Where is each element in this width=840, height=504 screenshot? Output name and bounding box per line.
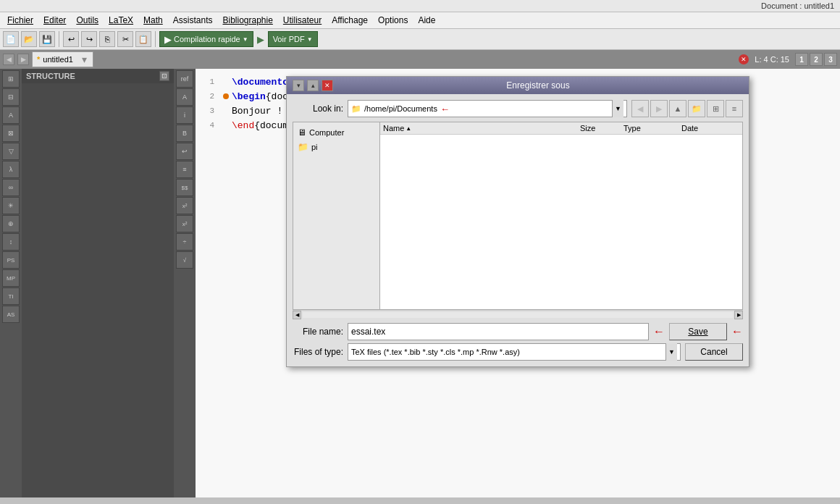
sidebar-icon-as[interactable]: AS <box>2 306 20 323</box>
col-size[interactable]: Size <box>580 124 623 133</box>
files-list <box>380 135 742 138</box>
sidebar-right-icon-9[interactable]: x² <box>176 215 193 232</box>
menu-math[interactable]: Math <box>139 14 167 27</box>
dialog-minimize-button[interactable]: ▾ <box>293 80 304 91</box>
open-file-button[interactable]: 📂 <box>21 31 37 47</box>
filename-input[interactable] <box>348 323 649 340</box>
filetype-combo[interactable]: TeX files (*.tex *.bib *.sty *.cls *.mp … <box>348 343 681 361</box>
nav-back-button[interactable]: ◀ <box>3 54 14 65</box>
redo-button[interactable]: ↪ <box>81 31 97 47</box>
view-mode-2-button[interactable]: 2 <box>810 53 823 66</box>
place-pi[interactable]: 📁 pi <box>293 140 379 154</box>
sidebar-icon-1[interactable]: ⊞ <box>2 70 20 88</box>
window-title: Document : untitled1 <box>761 1 834 10</box>
menu-aide[interactable]: Aide <box>413 14 440 27</box>
menu-editer[interactable]: Editer <box>39 14 70 27</box>
menu-fichier[interactable]: Fichier <box>3 14 38 27</box>
place-computer[interactable]: 🖥 Computer <box>293 125 379 140</box>
dialog-window-buttons: ▾ ▴ ✕ <box>293 80 333 91</box>
sidebar-icon-ps[interactable]: PS <box>2 251 20 269</box>
sidebar-right-icon-5[interactable]: ↩ <box>176 143 193 160</box>
dialog-close-button[interactable]: ✕ <box>322 80 333 91</box>
view-icons-btn[interactable]: ⊞ <box>707 100 724 117</box>
structure-title: STRUCTURE <box>26 72 75 80</box>
nav-back-btn[interactable]: ◀ <box>631 100 649 117</box>
save-file-button[interactable]: 💾 <box>39 31 55 47</box>
scroll-right-button[interactable]: ▶ <box>734 311 743 319</box>
scroll-track[interactable] <box>303 312 733 318</box>
scroll-left-button[interactable]: ◀ <box>293 311 301 319</box>
look-in-row: Look in: 📁 /home/pi/Documents ← ▼ ◀ ▶ ▲ … <box>293 100 743 117</box>
structure-maximize-icon[interactable]: ⊡ <box>159 71 169 81</box>
menu-outils[interactable]: Outils <box>72 14 103 27</box>
editor-tab[interactable]: * untitled1 ▾ <box>32 51 93 67</box>
col-type[interactable]: Type <box>623 124 681 133</box>
view-mode-buttons: 1 2 3 <box>795 53 837 66</box>
nav-forward-btn[interactable]: ▶ <box>650 100 668 117</box>
sidebar-right-icon-10[interactable]: ÷ <box>176 233 193 251</box>
save-button[interactable]: Save <box>669 323 727 340</box>
view-list-btn[interactable]: ≡ <box>726 100 743 117</box>
main-area: ⊞ ⊟ A ⊠ ▽ λ ∞ ✳ ⊕ ↕ PS MP TI AS STRUCTUR… <box>0 69 840 497</box>
path-dropdown-arrow[interactable]: ▼ <box>612 100 623 117</box>
copy-button[interactable]: ⎘ <box>99 31 115 47</box>
menu-affichage[interactable]: Affichage <box>327 14 372 27</box>
sidebar-icon-9[interactable]: ⊕ <box>2 215 20 232</box>
paste-button[interactable]: 📋 <box>135 31 151 47</box>
cancel-button[interactable]: Cancel <box>685 343 743 361</box>
sidebar-right-icon-3[interactable]: i <box>176 106 193 124</box>
col-name[interactable]: Name ▲ <box>383 124 580 133</box>
menu-latex[interactable]: LaTeX <box>104 14 138 27</box>
sidebar-icon-5[interactable]: ▽ <box>2 143 20 160</box>
nav-forward-button[interactable]: ▶ <box>17 54 29 65</box>
sidebar-icon-3[interactable]: A <box>2 106 20 124</box>
tab-label: untitled1 <box>43 55 73 64</box>
sidebar-icon-6[interactable]: λ <box>2 161 20 178</box>
view-mode-3-button[interactable]: 3 <box>824 53 837 66</box>
pdf-dropdown-icon[interactable]: ▼ <box>307 36 313 43</box>
sidebar-right-icon-11[interactable]: √ <box>176 251 193 269</box>
view-pdf-button[interactable]: Voir PDF ▼ <box>268 31 318 47</box>
menu-bar: Fichier Editer Outils LaTeX Math Assista… <box>0 12 840 29</box>
menu-options[interactable]: Options <box>374 14 412 27</box>
menu-utilisateur[interactable]: Utilisateur <box>279 14 326 27</box>
sidebar-icon-10[interactable]: ↕ <box>2 233 20 251</box>
view-mode-1-button[interactable]: 1 <box>795 53 808 66</box>
sidebar-right-icon-2[interactable]: A <box>176 88 193 106</box>
compile-dropdown-icon[interactable]: ▼ <box>243 36 248 43</box>
computer-icon: 🖥 <box>298 127 306 138</box>
new-folder-btn[interactable]: 📁 <box>688 100 705 117</box>
folder-icon: 📁 <box>351 104 361 114</box>
pi-folder-icon: 📁 <box>298 142 308 152</box>
undo-button[interactable]: ↩ <box>63 31 79 47</box>
path-combo[interactable]: 📁 /home/pi/Documents ← ▼ <box>348 100 627 117</box>
nav-up-btn[interactable]: ▲ <box>669 100 686 117</box>
sidebar-right-icon-6[interactable]: ≡ <box>176 161 193 178</box>
close-x-button[interactable]: ✕ <box>739 54 749 64</box>
sidebar-right-icon-1[interactable]: ref <box>176 70 193 88</box>
sidebar-right-icon-8[interactable]: x² <box>176 197 193 214</box>
filename-red-arrow: ← <box>653 325 665 338</box>
sidebar-right-icon-7[interactable]: $$ <box>176 179 193 196</box>
sidebar-icon-mp[interactable]: MP <box>2 269 20 287</box>
sidebar-icon-ti[interactable]: TI <box>2 287 20 305</box>
new-file-button[interactable]: 📄 <box>3 31 19 47</box>
separator-2 <box>155 31 156 47</box>
filetype-dropdown-arrow[interactable]: ▼ <box>665 343 677 361</box>
browser-scrollbar[interactable]: ◀ ▶ <box>293 310 743 319</box>
tab-dropdown-icon[interactable]: ▾ <box>82 54 87 65</box>
menu-bibliographie[interactable]: Bibliographie <box>218 14 277 27</box>
editor-area[interactable]: 1 \documentclass{article} 2 \begin{docum… <box>196 69 840 497</box>
col-date[interactable]: Date <box>681 124 739 133</box>
sidebar-icon-8[interactable]: ✳ <box>2 197 20 214</box>
sidebar-icon-2[interactable]: ⊟ <box>2 88 20 106</box>
sidebar-right-icon-4[interactable]: B <box>176 125 193 142</box>
dialog-maximize-button[interactable]: ▴ <box>307 80 319 91</box>
cut-button[interactable]: ✂ <box>117 31 133 47</box>
sidebar-icon-4[interactable]: ⊠ <box>2 125 20 142</box>
menu-assistants[interactable]: Assistants <box>169 14 217 27</box>
compile-button[interactable]: ▶ Compilation rapide ▼ <box>159 31 253 47</box>
files-panel: Name ▲ Size Type Date <box>380 122 742 309</box>
sidebar-icon-7[interactable]: ∞ <box>2 179 20 196</box>
dialog-title-text: Enregistrer sous <box>333 80 743 91</box>
